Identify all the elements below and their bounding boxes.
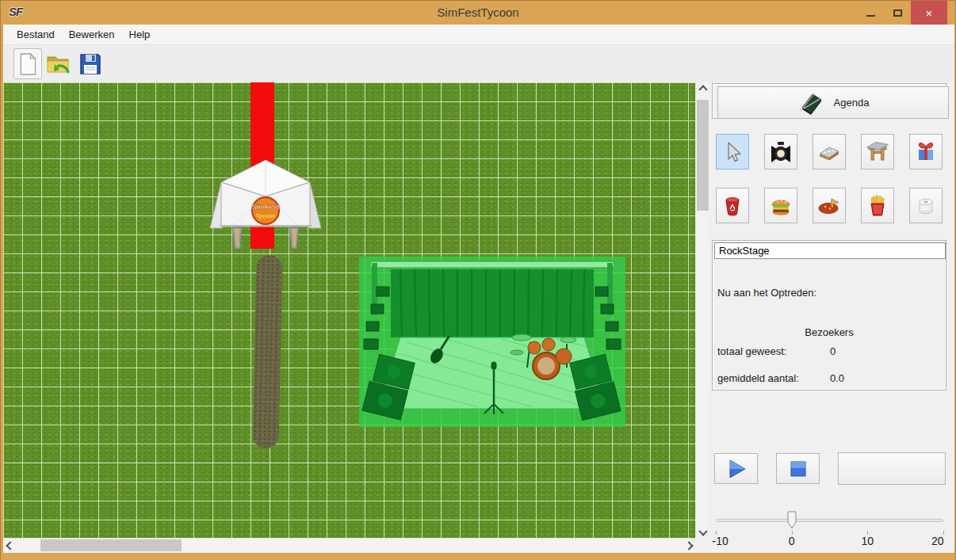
tool-spotlight-button[interactable] [764,134,797,170]
chevron-down-icon [698,527,707,535]
tool-gate-button[interactable] [861,134,894,170]
control-panel: Agenda [709,82,954,553]
slider-label-10: 10 [862,535,874,547]
vertical-scroll-thumb[interactable] [697,100,709,211]
tent-leg [232,227,299,249]
minimize-button[interactable] [857,1,884,25]
cursor-icon [721,140,744,164]
new-file-button[interactable] [13,48,42,79]
gift-icon [914,140,938,164]
slider-thumb[interactable] [787,511,797,530]
vertical-scrollbar[interactable] [695,82,709,538]
agenda-book-icon [797,90,824,116]
agenda-label: Agenda [834,97,870,109]
tool-fries-button[interactable] [861,188,894,223]
agenda-button[interactable]: Agenda [717,86,949,119]
fries-icon [866,194,889,218]
slider-label-0: 0 [789,535,795,547]
now-performing-label: Nu aan het Optreden: [717,287,816,299]
maximize-button[interactable] [884,1,911,25]
svg-text:Tycoon: Tycoon [256,213,275,219]
dirt-path[interactable] [252,255,282,449]
tool-burger-button[interactable] [764,188,797,223]
close-icon: × [926,6,933,20]
slider-label-min: -10 [713,535,728,547]
toolbar [3,45,954,82]
extra-button[interactable] [838,452,946,485]
tool-road-button[interactable] [813,134,846,170]
map-canvas[interactable]: SimFest Tycoon [3,82,695,538]
scroll-left-button[interactable] [3,539,17,552]
new-file-icon [17,52,38,76]
titlebar[interactable]: SF SimFestTycoon × [1,1,955,25]
open-file-button[interactable] [44,48,73,79]
gate-icon [866,140,889,164]
maximize-icon [893,10,902,17]
menu-bewerken[interactable]: Bewerken [63,26,120,43]
trashcan-icon [721,194,744,218]
chevron-up-icon [698,85,707,93]
tool-cursor-button[interactable] [716,134,749,170]
toilet-paper-icon [914,194,938,218]
close-button[interactable]: × [911,1,947,25]
window-title: SimFestTycoon [1,6,955,19]
visitors-average-label: gemiddeld aantal: [717,372,799,384]
horizontal-scroll-thumb[interactable] [40,539,182,551]
play-icon [725,457,748,481]
burger-icon [769,194,793,218]
rock-stage[interactable] [359,257,625,427]
scroll-up-button[interactable] [696,82,709,96]
tool-pizza-button[interactable] [813,188,846,223]
menu-bestand[interactable]: Bestand [11,26,60,43]
agenda-groupbox: Agenda [712,83,946,119]
visitors-total-label: totaal geweest: [717,345,786,357]
minimize-icon [866,15,875,17]
tool-trashcan-button[interactable] [716,188,749,223]
chevron-left-icon [6,541,14,550]
stage-name-input[interactable] [714,242,946,259]
menubar: Bestand Bewerken Help [3,25,954,45]
visitors-average-value: 0.0 [830,372,844,384]
save-icon [78,52,102,76]
app-window: SF SimFestTycoon × Bestand Bewerken Help [0,0,956,560]
tent-logo: SimFest Tycoon [251,197,279,224]
slider-track[interactable] [716,519,943,522]
save-button[interactable] [76,48,105,79]
spotlight-icon [769,140,793,164]
slider-label-max: 20 [931,535,944,547]
tool-gift-button[interactable] [909,134,943,170]
entrance-tent[interactable]: SimFest Tycoon [208,158,323,253]
stop-icon [788,459,809,479]
stop-button[interactable] [776,453,820,484]
stage-info-groupbox: Nu aan het Optreden: Bezoekers totaal ge… [712,240,946,390]
visitors-header: Bezoekers [713,326,946,338]
road-icon [817,140,841,164]
pizza-icon [817,194,841,218]
svg-text:SimFest: SimFest [251,203,279,211]
horizontal-scrollbar[interactable] [3,538,695,551]
open-file-icon [46,52,71,76]
stage-curtain [391,269,594,337]
scroll-down-button[interactable] [696,524,709,538]
visitors-total-value: 0 [830,345,836,357]
scroll-right-button[interactable] [682,539,695,552]
menu-help[interactable]: Help [124,26,156,43]
chevron-right-icon [684,541,693,550]
speed-slider: -10 0 10 20 [716,510,943,547]
play-button[interactable] [714,453,758,484]
window-frame-bottom [1,553,955,560]
tool-toilet-paper-button[interactable] [909,188,943,223]
